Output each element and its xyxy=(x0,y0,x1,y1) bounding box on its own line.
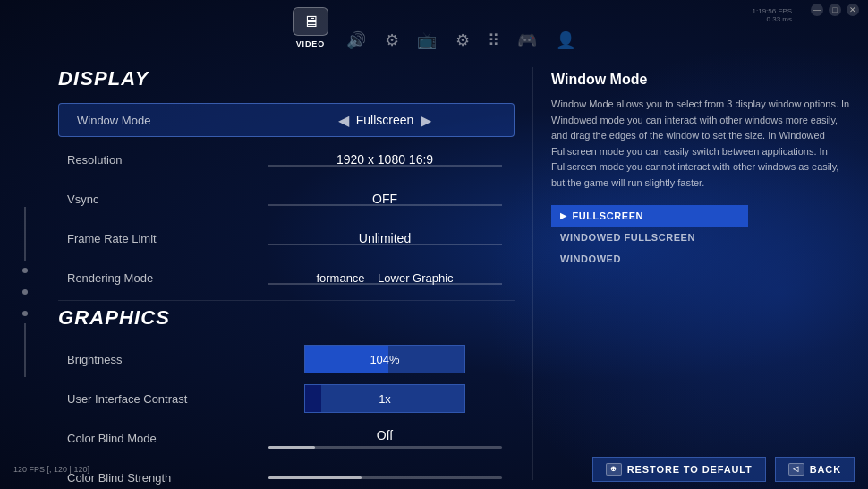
graphics-section-title: GRAPHICS xyxy=(58,306,515,330)
resolution-value-wrap: 1920 x 1080 16:9 xyxy=(255,152,515,167)
option-fullscreen-label: FULLSCREEN xyxy=(573,210,643,221)
vsync-value-wrap: OFF xyxy=(255,192,515,206)
color-blind-mode-slider[interactable]: Off xyxy=(255,428,515,449)
option-windowed-fullscreen-label: WINDOWED FULLSCREEN xyxy=(560,232,695,243)
resolution-row[interactable]: Resolution 1920 x 1080 16:9 xyxy=(58,142,515,176)
nav-item-dots[interactable]: 🎮 xyxy=(517,32,537,48)
gamepad-icon: ⠿ xyxy=(488,32,499,48)
color-blind-mode-value: Off xyxy=(377,428,393,442)
resolution-label: Resolution xyxy=(58,153,255,167)
vsync-label: Vsync xyxy=(58,193,255,206)
ui-contrast-label: User Interface Contrast xyxy=(58,392,255,406)
nav-item-controller[interactable]: 👤 xyxy=(556,32,575,48)
vsync-underline xyxy=(268,204,502,206)
sidebar-line-top xyxy=(24,207,26,261)
ui-contrast-row[interactable]: User Interface Contrast 1x xyxy=(58,382,515,416)
section-divider xyxy=(58,300,515,301)
controller-icon: 👤 xyxy=(556,32,575,48)
display2-icon: 📺 xyxy=(417,32,437,48)
option-windowed-label: WINDOWED xyxy=(560,253,621,264)
window-mode-value-wrap: ◀ Fullscreen ▶ xyxy=(265,112,505,129)
ui-contrast-value: 1x xyxy=(379,392,391,406)
sidebar xyxy=(0,58,49,489)
option-list: FULLSCREEN WINDOWED FULLSCREEN WINDOWED xyxy=(551,205,748,270)
display-section-title: DISPLAY xyxy=(58,67,515,90)
nav-item-controls[interactable]: ⚙ xyxy=(455,32,470,48)
right-panel: Window Mode Window Mode allows you to se… xyxy=(533,58,868,489)
controls-icon: ⚙ xyxy=(455,32,470,48)
ui-contrast-value-wrap: 1x xyxy=(255,384,515,413)
fps-info: 120 FPS [, 120 | 120] xyxy=(13,465,89,474)
frame-rate-value-wrap: Unlimited xyxy=(255,231,515,245)
window-mode-prev-button[interactable]: ◀ xyxy=(331,112,356,129)
nav-item-audio[interactable]: 🔊 xyxy=(346,32,366,48)
info-description: Window Mode allows you to select from 3 … xyxy=(551,97,850,192)
dots-icon: 🎮 xyxy=(517,32,537,48)
audio-icon: 🔊 xyxy=(346,32,366,48)
frame-rate-label: Frame Rate Limit xyxy=(58,232,255,245)
ui-contrast-fill xyxy=(305,385,321,412)
rendering-underline xyxy=(268,283,502,285)
bottom-buttons: ⊕ RESTORE TO DEFAULT ◁ BACK xyxy=(592,457,855,482)
frame-rate-row[interactable]: Frame Rate Limit Unlimited xyxy=(58,221,515,255)
color-blind-mode-value-wrap: Off xyxy=(255,428,515,449)
nav-item-video[interactable]: 🖥 VIDEO xyxy=(293,7,328,48)
window-mode-value: Fullscreen xyxy=(356,113,414,127)
rendering-mode-row[interactable]: Rendering Mode formance – Lower Graphic xyxy=(58,261,515,295)
brightness-value: 104% xyxy=(370,353,399,366)
main-content: DISPLAY Window Mode ◀ Fullscreen ▶ Resol… xyxy=(0,58,868,489)
ui-contrast-bar[interactable]: 1x xyxy=(304,384,465,413)
nav-item-display2[interactable]: 📺 xyxy=(417,32,437,48)
sidebar-dot-1 xyxy=(22,268,28,273)
frame-rate-underline xyxy=(268,244,502,245)
window-mode-row[interactable]: Window Mode ◀ Fullscreen ▶ xyxy=(58,103,515,137)
brightness-bar[interactable]: 104% xyxy=(304,345,465,373)
restore-icon: ⊕ xyxy=(606,463,622,476)
sidebar-dot-3 xyxy=(22,311,28,316)
bottom-bar: 120 FPS [, 120 | 120] ⊕ RESTORE TO DEFAU… xyxy=(0,449,868,489)
nav-bar: 🖥 VIDEO 🔊 ⚙ 📺 ⚙ ⠿ 🎮 👤 xyxy=(0,7,868,52)
nav-item-settings[interactable]: ⚙ xyxy=(385,32,399,48)
brightness-row[interactable]: Brightness 104% xyxy=(58,342,515,376)
settings-icon: ⚙ xyxy=(385,32,399,48)
color-blind-mode-label: Color Blind Mode xyxy=(58,432,255,445)
option-windowed-fullscreen[interactable]: WINDOWED FULLSCREEN xyxy=(551,227,748,248)
sidebar-dot-2 xyxy=(22,289,28,295)
restore-default-button[interactable]: ⊕ RESTORE TO DEFAULT xyxy=(592,457,766,482)
left-panel: DISPLAY Window Mode ◀ Fullscreen ▶ Resol… xyxy=(49,58,532,489)
option-windowed[interactable]: WINDOWED xyxy=(551,248,748,270)
info-title: Window Mode xyxy=(551,72,850,88)
back-button[interactable]: ◁ BACK xyxy=(775,457,855,482)
brightness-value-wrap: 104% xyxy=(255,345,515,373)
rendering-mode-label: Rendering Mode xyxy=(58,271,255,285)
vsync-row[interactable]: Vsync OFF xyxy=(58,182,515,216)
option-fullscreen[interactable]: FULLSCREEN xyxy=(551,205,748,227)
back-label: BACK xyxy=(810,464,841,475)
restore-default-label: RESTORE TO DEFAULT xyxy=(627,464,753,475)
brightness-label: Brightness xyxy=(58,353,255,366)
back-icon: ◁ xyxy=(788,463,804,476)
nav-item-gamepad[interactable]: ⠿ xyxy=(488,32,499,48)
window-mode-label: Window Mode xyxy=(68,114,265,127)
rendering-mode-value-wrap: formance – Lower Graphic xyxy=(255,271,515,285)
video-icon: 🖥 xyxy=(302,13,319,30)
window-mode-next-button[interactable]: ▶ xyxy=(413,112,438,129)
resolution-underline xyxy=(268,165,502,167)
sidebar-line-bottom xyxy=(24,323,26,377)
